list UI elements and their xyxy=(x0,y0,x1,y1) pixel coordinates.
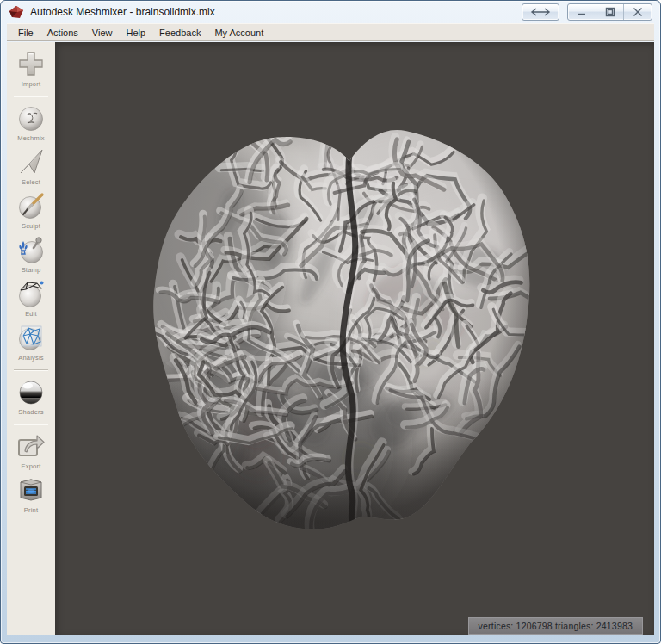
minimize-icon xyxy=(576,7,588,17)
wireframe-pen-icon xyxy=(15,278,46,309)
tool-export[interactable]: Export xyxy=(7,430,55,470)
maximize-icon xyxy=(604,7,616,17)
printer-icon xyxy=(15,474,46,505)
3d-viewport[interactable]: vertices: 1206798 triangles: 2413983 xyxy=(55,42,654,635)
brain-model[interactable] xyxy=(55,42,654,635)
brush-sphere-icon xyxy=(15,190,46,221)
tool-label: Import xyxy=(22,80,40,88)
toolbar-sidebar: Import Meshmix xyxy=(7,42,55,635)
close-icon xyxy=(632,7,644,17)
menu-actions[interactable]: Actions xyxy=(40,25,85,40)
sidebar-separator xyxy=(14,424,48,425)
tool-label: Analysis xyxy=(18,354,44,362)
tool-label: Stamp xyxy=(22,266,41,274)
tool-label: Print xyxy=(24,506,38,514)
tool-stamp[interactable]: Stamp xyxy=(7,234,55,274)
menu-help[interactable]: Help xyxy=(119,25,152,40)
cursor-dart-icon xyxy=(15,146,46,177)
titlebar[interactable]: Autodesk Meshmixer - brainsolidmix.mix xyxy=(1,1,660,23)
double-arrow-icon xyxy=(529,7,552,17)
mesh-sphere-icon xyxy=(15,322,46,353)
tool-meshmix[interactable]: Meshmix xyxy=(7,102,55,142)
maximize-button[interactable] xyxy=(596,4,624,20)
menu-my-account[interactable]: My Account xyxy=(207,25,270,40)
meshmixer-logo-icon xyxy=(9,6,24,19)
tool-label: Edit xyxy=(25,310,37,318)
sidebar-separator xyxy=(14,96,48,97)
tool-shaders[interactable]: Shaders xyxy=(7,376,55,416)
mesh-stats-badge: vertices: 1206798 triangles: 2413983 xyxy=(468,617,643,635)
app-window: Autodesk Meshmixer - brainsolidmix.mix xyxy=(0,0,661,644)
tool-label: Shaders xyxy=(18,408,43,416)
fleur-stamp-icon xyxy=(15,234,46,265)
tool-edit[interactable]: Edit xyxy=(7,278,55,318)
tool-print[interactable]: Print xyxy=(7,474,55,514)
mesh-stats-text: vertices: 1206798 triangles: 2413983 xyxy=(479,621,633,631)
caption-controls xyxy=(522,3,652,21)
minimize-button[interactable] xyxy=(568,4,596,20)
tool-import[interactable]: Import xyxy=(7,48,55,88)
menu-feedback[interactable]: Feedback xyxy=(152,25,207,40)
menu-view[interactable]: View xyxy=(85,25,120,40)
switch-view-button[interactable] xyxy=(522,3,559,21)
tool-select[interactable]: Select xyxy=(7,146,55,186)
sidebar-separator xyxy=(14,369,48,371)
tool-analysis[interactable]: Analysis xyxy=(7,322,55,362)
tool-sculpt[interactable]: Sculpt xyxy=(7,190,55,230)
plus-icon xyxy=(15,48,46,79)
face-sphere-icon xyxy=(15,102,46,133)
close-button[interactable] xyxy=(623,4,652,20)
tool-label: Export xyxy=(22,462,41,470)
window-title: Autodesk Meshmixer - brainsolidmix.mix xyxy=(30,6,215,18)
menubar: File Actions View Help Feedback My Accou… xyxy=(7,23,654,41)
tool-label: Select xyxy=(22,178,40,186)
menu-file[interactable]: File xyxy=(11,25,40,40)
chrome-sphere-icon xyxy=(15,376,46,407)
export-arrow-icon xyxy=(15,430,46,461)
tool-label: Meshmix xyxy=(17,134,44,142)
tool-label: Sculpt xyxy=(22,222,40,230)
window-buttons-group xyxy=(567,3,652,21)
